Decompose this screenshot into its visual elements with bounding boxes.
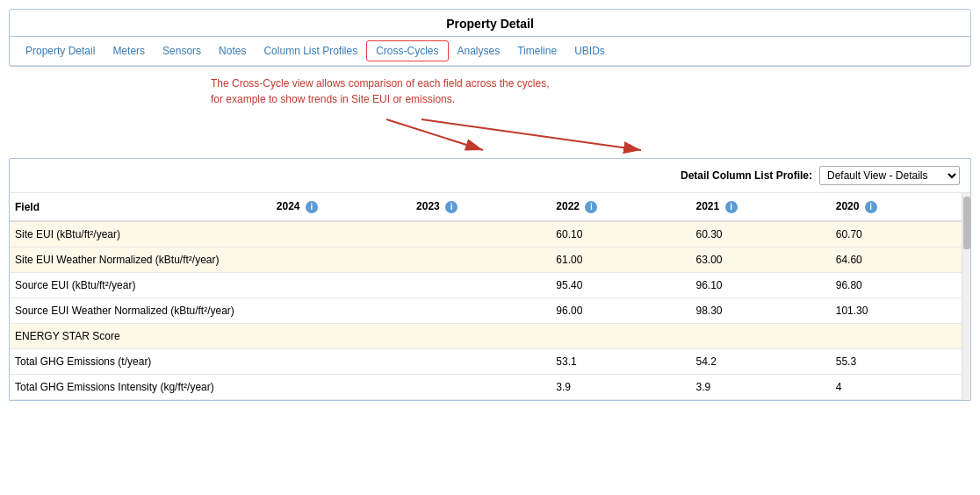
svg-line-2 [386, 119, 483, 150]
profile-row: Detail Column List Profile: Default View… [10, 159, 970, 193]
info-icon-2022[interactable]: i [585, 201, 597, 213]
table-row: Source EUI (kBtu/ft²/year)95.4096.1096.8… [10, 273, 970, 298]
value-cell: 63.00 [691, 248, 831, 273]
value-cell: 53.1 [551, 349, 690, 375]
info-icon-2023[interactable]: i [445, 201, 458, 213]
value-cell: 95.40 [551, 273, 690, 298]
scrollbar-thumb [963, 197, 970, 249]
value-cell: 96.10 [691, 273, 831, 298]
tooltip-text: The Cross-Cycle view allows comparison o… [211, 75, 971, 107]
tab-property-detail[interactable]: Property Detail [17, 41, 104, 61]
table-body: Site EUI (kBtu/ft²/year)60.1060.3060.70S… [10, 221, 970, 400]
value-cell [271, 324, 411, 349]
value-cell: 3.9 [691, 375, 831, 400]
profile-select[interactable]: Default View - Details [819, 166, 960, 185]
col-2020: 2020 i [831, 193, 970, 221]
value-cell [271, 273, 411, 298]
value-cell [271, 375, 411, 400]
value-cell: 3.9 [551, 375, 690, 400]
field-cell: Site EUI (kBtu/ft²/year) [10, 221, 271, 248]
value-cell [411, 324, 551, 349]
value-cell [551, 324, 690, 349]
info-icon-2024[interactable]: i [306, 201, 318, 213]
value-cell [411, 349, 551, 375]
profile-label: Detail Column List Profile: [681, 169, 812, 182]
value-cell: 4 [831, 375, 970, 400]
field-cell: Source EUI (kBtu/ft²/year) [10, 273, 271, 298]
svg-line-3 [422, 119, 641, 150]
info-icon-2021[interactable]: i [725, 201, 738, 213]
value-cell [411, 221, 551, 248]
value-cell [271, 248, 411, 273]
table-row: Total GHG Emissions (t/year)53.154.255.3 [10, 349, 970, 375]
tab-analyses[interactable]: Analyses [449, 41, 509, 61]
value-cell [831, 324, 970, 349]
field-cell: Source EUI Weather Normalized (kBtu/ft²/… [10, 298, 271, 324]
tab-timeline[interactable]: Timeline [508, 41, 566, 61]
outer-container: Property Detail Property DetailMetersSen… [0, 0, 980, 495]
field-cell: Total GHG Emissions (t/year) [10, 349, 271, 375]
value-cell [411, 248, 551, 273]
col-2022: 2022 i [551, 193, 690, 221]
table-row: Site EUI (kBtu/ft²/year)60.1060.3060.70 [10, 221, 970, 248]
value-cell: 96.00 [551, 298, 690, 324]
tab-ubids[interactable]: UBIDs [566, 41, 614, 61]
info-icon-2020[interactable]: i [865, 201, 877, 213]
table-row: ENERGY STAR Score [10, 324, 970, 349]
field-cell: ENERGY STAR Score [10, 324, 271, 349]
col-field: Field [10, 193, 271, 221]
data-table: Field 2024 i 2023 i 2022 i 2021 i 2020 i… [10, 193, 970, 400]
value-cell [411, 298, 551, 324]
value-cell: 60.10 [551, 221, 690, 248]
value-cell: 61.00 [551, 248, 690, 273]
scrollbar[interactable] [962, 193, 970, 400]
tab-cross-cycles[interactable]: Cross-Cycles [366, 40, 448, 61]
value-cell: 55.3 [831, 349, 970, 375]
value-cell [271, 349, 411, 375]
field-cell: Total GHG Emissions Intensity (kg/ft²/ye… [10, 375, 271, 400]
value-cell: 101.30 [831, 298, 970, 324]
table-header: Field 2024 i 2023 i 2022 i 2021 i 2020 i [10, 193, 970, 221]
col-2021: 2021 i [691, 193, 831, 221]
main-panel: Property Detail Property DetailMetersSen… [9, 9, 971, 67]
tab-bar: Property DetailMetersSensorsNotesColumn … [10, 37, 970, 66]
value-cell [411, 273, 551, 298]
value-cell: 54.2 [691, 349, 831, 375]
value-cell [411, 375, 551, 400]
value-cell [691, 324, 831, 349]
value-cell: 96.80 [831, 273, 970, 298]
value-cell: 60.30 [691, 221, 831, 248]
data-section: Detail Column List Profile: Default View… [9, 158, 971, 401]
value-cell [271, 221, 411, 248]
value-cell: 60.70 [831, 221, 970, 248]
table-row: Source EUI Weather Normalized (kBtu/ft²/… [10, 298, 970, 324]
field-cell: Site EUI Weather Normalized (kBtu/ft²/ye… [10, 248, 271, 273]
value-cell [271, 298, 411, 324]
tab-meters[interactable]: Meters [104, 41, 154, 61]
table-row: Site EUI Weather Normalized (kBtu/ft²/ye… [10, 248, 970, 273]
value-cell: 64.60 [831, 248, 970, 273]
col-2023: 2023 i [411, 193, 551, 221]
table-row: Total GHG Emissions Intensity (kg/ft²/ye… [10, 375, 970, 400]
col-2024: 2024 i [271, 193, 411, 221]
panel-title: Property Detail [10, 10, 970, 37]
value-cell: 98.30 [691, 298, 831, 324]
tab-notes[interactable]: Notes [210, 41, 255, 61]
tab-sensors[interactable]: Sensors [154, 41, 210, 61]
tab-column-list-profiles[interactable]: Column List Profiles [255, 41, 366, 61]
